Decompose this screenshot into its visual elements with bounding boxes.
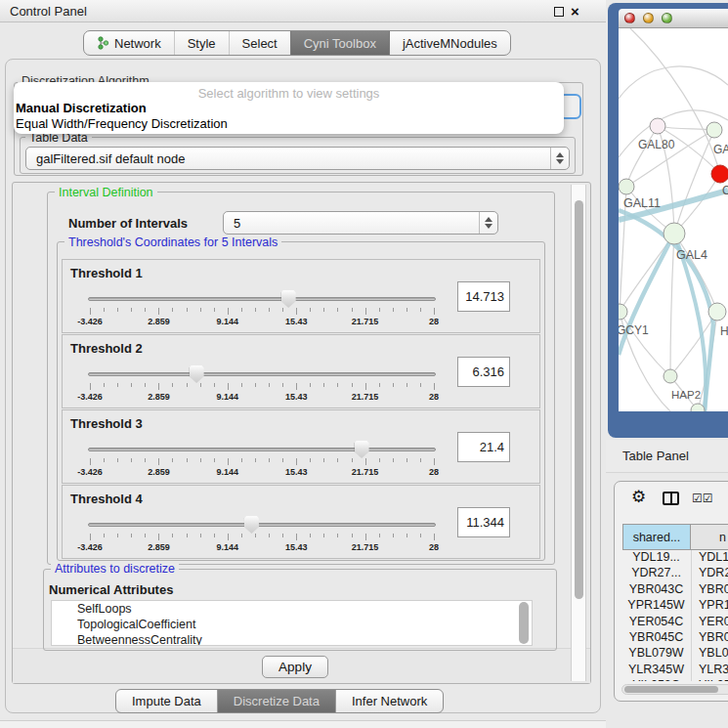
gear-icon[interactable]: ⚙ [631,487,646,507]
slider-rail: -3.4262.8599.14415.4321.71528 [90,364,434,406]
tick-mark [117,534,118,537]
network-edge[interactable] [670,234,674,376]
tab-impute-data[interactable]: Impute Data [116,690,217,712]
table-data-value: galFiltered.sif default node [26,151,550,166]
mac-zoom-button[interactable] [662,13,672,23]
interval-definition-label: Interval Definition [55,186,157,199]
table-row[interactable]: YDL19...YDL19 [621,550,728,566]
tab-cyni-toolbox[interactable]: Cyni Toolbox [290,31,389,55]
threshold-slider[interactable]: -3.4262.8599.14415.4321.71528 [88,289,438,330]
tick-label: 2.859 [148,467,170,477]
threshold-value-field[interactable]: 6.316 [457,357,510,387]
network-node-GAL4[interactable] [664,223,685,244]
panel-scrollbar-thumb[interactable] [575,200,583,599]
tab-network[interactable]: Network [84,31,174,55]
checkbox-icons[interactable]: ☑☑ [692,492,713,505]
slider-thumb[interactable] [355,441,369,458]
tick-mark [187,383,188,387]
network-edge[interactable] [674,130,714,234]
tick-label: 9.144 [217,467,239,477]
tick-mark [296,308,297,315]
tick-mark [200,383,201,387]
numerical-attributes-list[interactable]: SelfLoopsTopologicalCoefficientBetweenne… [51,600,533,646]
table-row[interactable]: YLR345WYLR34 [621,663,728,678]
network-node-GA[interactable] [707,122,722,138]
algorithm-placeholder: Select algorithm to view settings [14,86,564,101]
threshold-slider[interactable]: -3.4262.8599.14415.4321.71528 [88,364,438,406]
tick-mark [393,383,394,387]
table-row[interactable]: YDR27...YDR27 [621,566,728,581]
table-hscrollbar-thumb[interactable] [624,686,718,693]
attribute-item[interactable]: TopologicalCoefficient [52,617,532,632]
network-node-GAL80[interactable] [650,118,665,134]
cell-name: YBL07 [691,646,728,662]
network-edge[interactable] [630,28,720,174]
slider-thumb[interactable] [244,516,259,534]
number-of-intervals-combobox[interactable]: 5 [223,211,498,235]
network-canvas[interactable]: GAL80GACGAL11GAL4GCY1HHAP2 [619,28,728,411]
node-label-HAP2: HAP2 [671,389,701,401]
tick-mark [310,383,311,387]
panel-scrollbar-track[interactable] [571,185,586,681]
cell-shared-name: YBL079W [621,646,691,662]
network-node-GAL11[interactable] [619,179,634,194]
tab-infer-network[interactable]: Infer Network [335,690,443,712]
column-header-name[interactable]: n [690,524,728,550]
threshold-value-field[interactable]: 14.713 [457,281,510,312]
tab-discretize-data[interactable]: Discretize Data [217,690,335,712]
table-data-combobox[interactable]: galFiltered.sif default node [25,147,570,170]
float-window-icon[interactable] [554,7,564,17]
network-node-red-node[interactable] [711,165,728,183]
cell-shared-name: YLR345W [621,663,691,678]
tick-mark [145,534,146,537]
column-header-shared[interactable]: shared... [622,524,691,550]
threshold-value-field[interactable]: 21.4 [457,432,510,462]
tab-label: Network [114,36,161,51]
attributes-list-scrollbar[interactable] [519,602,529,644]
table-row[interactable]: YBR045CYBR04 [621,630,728,646]
tab-jactivemnodules[interactable]: jActiveMNodules [389,31,510,55]
slider-thumb[interactable] [190,365,204,383]
threshold-value-field[interactable]: 11.344 [457,507,510,537]
slider-thumb[interactable] [281,290,296,308]
network-node-GCY1[interactable] [619,304,627,320]
network-edge[interactable] [619,66,728,99]
tick-mark [131,534,132,537]
cell-shared-name: YIL052C [621,678,691,681]
apply-button[interactable]: Apply [262,656,328,678]
tick-mark [323,458,324,462]
close-icon[interactable]: × [571,2,579,21]
network-window-titlebar[interactable] [619,9,728,28]
option-manual-discretization[interactable]: Manual Discretization [14,101,564,116]
threshold-slider[interactable]: -3.4262.8599.14415.4321.71528 [88,440,438,481]
columns-icon[interactable] [663,492,679,505]
control-panel-title: Control Panel [10,4,87,19]
mac-minimize-button[interactable] [643,13,654,23]
node-label-H: H [720,324,728,338]
attribute-item[interactable]: BetweennessCentrality [52,632,532,646]
tick-mark [269,458,270,462]
threshold-slider[interactable]: -3.4262.8599.14415.4321.71528 [88,515,438,556]
tick-mark [90,383,91,390]
tick-mark [379,458,380,462]
tick-mark [269,308,270,312]
network-edge[interactable] [658,126,714,130]
table-row[interactable]: YER054CYER05 [621,615,728,630]
network-edge[interactable] [620,312,670,376]
network-node-HAP2[interactable] [664,369,677,383]
table-row[interactable]: YBR043CYBR04 [621,582,728,598]
tick-label: 2.859 [148,317,170,326]
mac-close-button[interactable] [624,13,635,23]
tick-mark [200,308,201,312]
network-node-H[interactable] [708,303,726,321]
tab-select[interactable]: Select [229,31,290,55]
table-row[interactable]: YIL052CYIL05 [621,678,728,681]
option-equal-width-frequency[interactable]: Equal Width/Frequency Discretization [14,116,564,132]
tab-style[interactable]: Style [174,31,229,55]
table-row[interactable]: YBL079WYBL07 [621,646,728,662]
network-edge[interactable] [626,126,658,187]
attribute-item[interactable]: SelfLoops [52,601,532,617]
tick-mark [337,308,338,312]
table-row[interactable]: YPR145WYPR14 [621,598,728,614]
table-hscrollbar-track[interactable] [621,684,728,695]
